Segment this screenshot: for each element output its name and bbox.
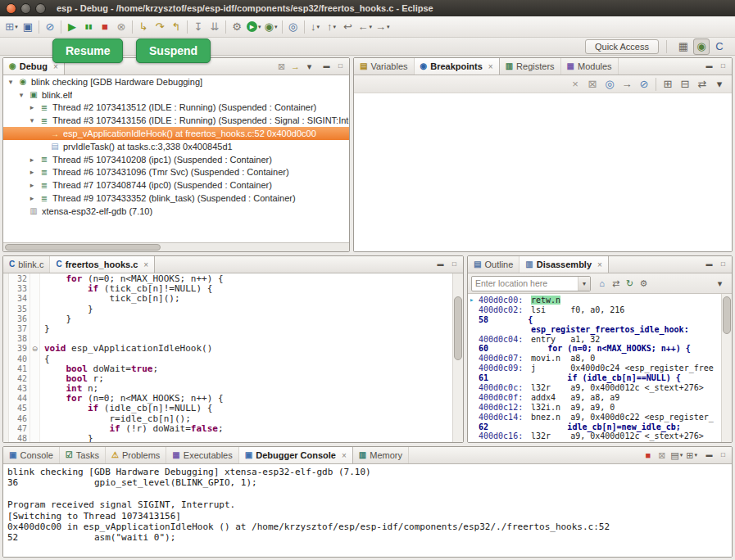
perspective-debug-button[interactable]: ◉ [693,38,710,55]
disassembly-row[interactable]: 400d0c14:bnez.n a9, 0x400d0c22 <esp_regi… [479,413,721,422]
code-line[interactable]: tick_cb[n](); [44,294,452,304]
remove-all-terminated-launches-icon[interactable]: ⊠ [655,448,669,463]
debug-tree-item[interactable]: ▾◉blink checking [GDB Hardware Debugging… [3,75,349,88]
disassembly-row[interactable]: 61 if (idle_cb[n]==NULL) { [479,373,721,383]
tab-memory[interactable]: ▥Memory [353,447,409,463]
new-wizard-icon[interactable]: ⊞▾ [3,19,20,35]
save-icon[interactable]: ▣ [20,19,36,35]
disassembly-row[interactable]: 400d0c02:lsi f0, a0, 216 [479,305,721,315]
code-line[interactable]: } [44,324,452,334]
refresh-icon[interactable]: ↻ [623,276,637,291]
disassembly-vertical-scrollbar[interactable] [721,294,732,442]
tab-modules[interactable]: ▦Modules [561,58,619,75]
drop-to-frame-icon[interactable]: ↧ [190,19,206,35]
disassembly-row[interactable]: 400d0c12:l32i.n a9, a9, 0 [479,403,721,413]
maximize-panel-button[interactable]: □ [716,257,730,272]
tab-tasks[interactable]: ☑Tasks [60,447,106,463]
next-annotation-icon[interactable]: ↓▾ [307,19,324,35]
disassembly-row[interactable]: ▸400d0c00:retw.n [479,296,721,305]
tab-console[interactable]: ▣Console [3,447,60,463]
line-number[interactable]: 40 [9,355,27,364]
debug-tree-item[interactable]: ▸≣Thread #9 1073433352 (blink_task) (Sus… [3,192,349,205]
search-icon[interactable]: ◎ [285,19,302,35]
debug-tree-item[interactable]: ▤prvIdleTask() at tasks.c:3,338 0x400845… [3,140,349,153]
line-number[interactable]: 34 [9,294,27,304]
tab-variables[interactable]: ▤Variables [354,58,415,75]
expand-all-icon[interactable]: ⊞ [660,76,676,93]
disassembly-row[interactable]: 62 idle_cb[n]=new_idle_cb; [479,422,721,432]
tree-expanded-arrow-icon[interactable]: ▾ [7,78,15,86]
tab-close-icon[interactable]: × [597,260,602,269]
line-number[interactable]: 45 [9,404,27,413]
tab-executables[interactable]: ▦Executables [166,447,238,463]
skip-all-breakpoints-icon[interactable]: ⊘ [42,19,58,35]
line-number[interactable]: 39 [9,344,27,354]
maximize-panel-button[interactable]: □ [716,448,730,463]
tab-outline[interactable]: ▤Outline [468,256,519,273]
minimize-panel-button[interactable]: ▬ [320,59,333,74]
line-number[interactable]: 38 [9,334,27,344]
link-with-active-context-icon[interactable]: ⇄ [609,276,623,291]
disassembly-row[interactable]: 400d0c07:movi.n a8, 0 [479,354,721,364]
collapse-all-icon[interactable]: ⊟ [677,76,693,93]
code-line[interactable]: } [44,305,452,314]
maximize-panel-button[interactable]: □ [333,59,347,74]
disassembly-row[interactable]: esp_register_freertos_idle_hook: [479,325,721,335]
back-icon[interactable]: ←▾ [356,19,374,35]
terminate-icon[interactable]: ■ [641,448,655,463]
show-breakpoints-supported-icon[interactable]: ◎ [601,76,618,93]
tab-close-icon[interactable]: × [488,62,493,71]
last-edit-location-icon[interactable]: ↩ [340,19,356,35]
minimize-panel-button[interactable]: ▬ [702,59,716,74]
tree-collapsed-arrow-icon[interactable]: ▸ [28,156,36,164]
tree-collapsed-arrow-icon[interactable]: ▸ [28,103,36,111]
quick-access-button[interactable]: Quick Access [585,39,659,54]
disassembly-row[interactable]: 400d0c09:j 0x400d0c24 <esp_register_free [479,364,721,373]
maximize-panel-button[interactable]: □ [716,59,730,74]
code-line[interactable]: void esp_vApplicationIdleHook() [44,344,452,354]
window-close-button[interactable] [6,3,16,14]
debug-tree-item[interactable]: ▥xtensa-esp32-elf-gdb (7.10) [3,205,349,218]
code-line[interactable]: if (idle_cb[n]!=NULL) { [44,404,452,413]
disassembly-row[interactable]: 58 { [479,315,721,325]
debug-icon[interactable]: ◉▾ [263,19,279,35]
tab-disassembly[interactable]: ▥Disassembly× [519,256,609,273]
disassembly-row[interactable]: 400d0c04:entry a1, 32 [479,335,721,345]
view-menu-icon[interactable]: ▾ [711,76,728,93]
settings-icon[interactable]: ⚙ [637,276,651,291]
minimize-panel-button[interactable]: ▬ [702,257,716,272]
remove-all-terminated-icon[interactable]: ⊠ [274,59,288,74]
home-icon[interactable]: ⌂ [595,276,609,291]
tab-breakpoints[interactable]: ◉Breakpoints× [415,58,500,75]
tree-collapsed-arrow-icon[interactable]: ▸ [28,168,36,176]
perspective-cpp-button[interactable]: C [711,38,728,55]
run-icon[interactable]: ▶▾ [245,19,263,35]
use-step-filters-icon[interactable]: → [288,59,302,74]
skip-all-breakpoints-icon[interactable]: ⊘ [636,76,652,93]
maximize-panel-button[interactable]: □ [447,257,461,272]
forward-icon[interactable]: →▾ [374,19,392,35]
line-number[interactable]: 41 [9,364,27,374]
debug-tree-item[interactable]: ▸≣Thread #6 1073431096 (Tmr Svc) (Suspen… [3,166,349,179]
step-over-icon[interactable]: ↷ [152,19,168,35]
line-number[interactable]: 37 [9,324,27,334]
fold-collapse-icon[interactable]: ⊖ [30,344,39,354]
tab-freertos-hooks-c[interactable]: Cfreertos_hooks.c× [50,256,155,273]
code-line[interactable]: if (!r) doWait=false; [44,424,452,434]
debug-tree-item[interactable]: ▾▣blink.elf [3,88,349,102]
debug-tree-item[interactable]: ▸≣Thread #7 1073408744 (ipc0) (Suspended… [3,178,349,192]
step-return-icon[interactable]: ↰ [168,19,184,35]
view-menu-icon[interactable]: ▾ [302,59,316,74]
disassembly-row[interactable]: 400d0c0f:addx4 a9, a8, a9 [479,393,721,403]
scrollbar-thumb[interactable] [454,296,462,360]
go-to-file-for-breakpoint-icon[interactable]: → [619,76,635,93]
tab-close-icon[interactable]: × [143,260,148,269]
line-number[interactable]: 48 [9,434,27,442]
code-line[interactable]: bool r; [44,374,452,384]
open-perspective-button[interactable]: ▦ [675,38,692,55]
tab-debugger-console[interactable]: ▣Debugger Console× [239,447,353,463]
window-minimize-button[interactable] [20,3,31,14]
location-input[interactable]: Enter location here ▾ [471,276,591,291]
disassembly-row[interactable]: 60 for (n=0; n<MAX_HOOKS; n++) { [479,344,721,354]
code-line[interactable]: } [44,314,452,324]
